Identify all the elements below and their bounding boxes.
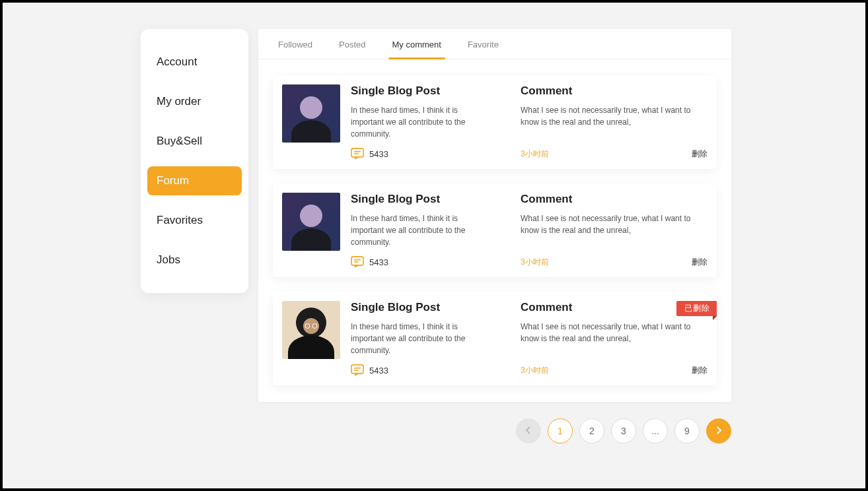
comment-count-row: 5433 xyxy=(351,148,487,160)
comment-count-row: 5433 xyxy=(351,364,487,376)
tab-posted[interactable]: Posted xyxy=(339,29,365,59)
sidebar-item-buy-sell[interactable]: Buy&Sell xyxy=(147,127,242,156)
svg-rect-0 xyxy=(351,148,363,157)
comment-count: 5433 xyxy=(369,149,388,159)
comment-body: What I see is not necessarily true, what… xyxy=(521,321,707,344)
delete-button[interactable]: 删除 xyxy=(692,365,707,376)
svg-rect-3 xyxy=(351,257,363,265)
chevron-left-icon xyxy=(525,426,532,436)
svg-rect-6 xyxy=(351,365,363,374)
comment-column: Comment What I see is not necessarily tr… xyxy=(509,193,707,268)
page-number-button[interactable]: 3 xyxy=(611,418,636,443)
time-ago: 3小时前 xyxy=(521,257,549,268)
tabs: Followed Posted My comment Favorite xyxy=(258,29,731,59)
post-column: Single Blog Post In these hard times, I … xyxy=(351,84,487,160)
post-excerpt: In these hard times, I think it is impor… xyxy=(351,213,487,248)
avatar xyxy=(282,84,340,143)
sidebar-item-forum[interactable]: Forum xyxy=(147,166,242,195)
comment-body: What I see is not necessarily true, what… xyxy=(521,104,707,128)
card-list: Single Blog Post In these hard times, I … xyxy=(258,59,731,401)
comment-card: Single Blog Post In these hard times, I … xyxy=(273,183,717,277)
comment-footer: 3小时前 删除 xyxy=(521,148,707,160)
avatar xyxy=(282,301,340,359)
delete-button[interactable]: 删除 xyxy=(692,148,707,160)
comment-card: Single Blog Post In these hard times, I … xyxy=(273,292,717,385)
post-column: Single Blog Post In these hard times, I … xyxy=(351,301,487,376)
page-next-button[interactable] xyxy=(706,418,731,443)
comment-body: What I see is not necessarily true, what… xyxy=(521,213,707,236)
tab-followed[interactable]: Followed xyxy=(278,29,312,59)
post-excerpt: In these hard times, I think it is impor… xyxy=(351,104,487,140)
comment-count: 5433 xyxy=(369,257,388,267)
comment-icon xyxy=(351,148,364,160)
comment-column: Comment What I see is not necessarily tr… xyxy=(509,84,707,160)
page-number-button[interactable]: 1 xyxy=(548,418,573,443)
page-number-button[interactable]: 2 xyxy=(579,418,604,443)
sidebar-item-account[interactable]: Account xyxy=(147,48,242,77)
sidebar-item-favorites[interactable]: Favorites xyxy=(147,206,242,235)
comment-footer: 3小时前 删除 xyxy=(521,257,707,268)
chevron-right-icon xyxy=(715,426,722,436)
comment-count: 5433 xyxy=(369,366,388,376)
comment-count-row: 5433 xyxy=(351,256,487,268)
post-column: Single Blog Post In these hard times, I … xyxy=(351,193,487,268)
tab-favorite[interactable]: Favorite xyxy=(468,29,499,59)
post-excerpt: In these hard times, I think it is impor… xyxy=(351,321,487,356)
sidebar-item-my-order[interactable]: My order xyxy=(147,87,242,116)
comment-icon xyxy=(351,364,364,376)
comment-icon xyxy=(351,256,364,268)
post-title: Single Blog Post xyxy=(351,301,487,314)
time-ago: 3小时前 xyxy=(521,148,549,160)
time-ago: 3小时前 xyxy=(521,365,549,376)
page-ellipsis: ... xyxy=(643,418,668,443)
comment-card: Single Blog Post In these hard times, I … xyxy=(273,75,717,169)
post-title: Single Blog Post xyxy=(351,84,487,98)
pagination: 1 2 3 ... 9 xyxy=(258,412,731,450)
sidebar: Account My order Buy&Sell Forum Favorite… xyxy=(141,29,248,293)
page-number-button[interactable]: 9 xyxy=(674,418,700,443)
comment-heading: Comment xyxy=(521,84,707,98)
tab-my-comment[interactable]: My comment xyxy=(392,29,441,59)
deleted-badge: 已删除 xyxy=(676,301,717,316)
post-title: Single Blog Post xyxy=(351,193,487,206)
comment-footer: 3小时前 删除 xyxy=(521,365,707,376)
sidebar-item-jobs[interactable]: Jobs xyxy=(147,246,242,275)
main-panel: Followed Posted My comment Favorite Sing… xyxy=(258,29,731,402)
avatar xyxy=(282,193,340,251)
delete-button[interactable]: 删除 xyxy=(692,257,707,268)
page-prev-button xyxy=(516,418,541,443)
comment-heading: Comment xyxy=(521,193,707,206)
